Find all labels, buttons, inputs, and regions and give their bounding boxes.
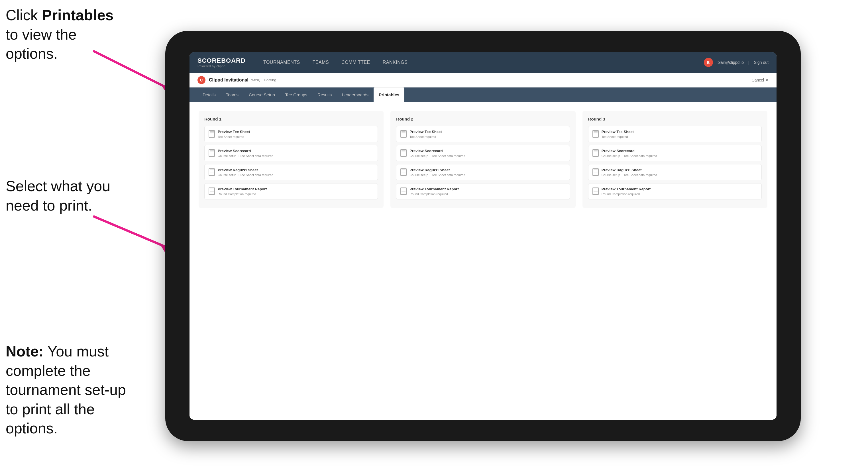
round2-raguzzi-subtitle: Course setup + Tee Sheet data required [409,173,465,177]
round3-report-subtitle: Round Completion required [601,192,651,196]
round3-raguzzi-subtitle: Course setup + Tee Sheet data required [601,173,657,177]
round2-report-subtitle: Round Completion required [409,192,459,196]
sub-nav-results[interactable]: Results [312,88,337,102]
raguzzi-icon-3 [592,168,599,176]
sub-nav-course-setup[interactable]: Course Setup [244,88,280,102]
round3-raguzzi[interactable]: Preview Raguzzi Sheet Course setup + Tee… [588,164,762,180]
printables-bold: Printables [42,7,114,23]
round3-scorecard-title: Preview Scorecard [601,149,657,154]
round1-scorecard-title: Preview Scorecard [218,149,273,154]
sub-nav-printables[interactable]: Printables [374,88,405,102]
round3-raguzzi-title: Preview Raguzzi Sheet [601,168,657,173]
sub-nav-leaderboards[interactable]: Leaderboards [337,88,374,102]
scorecard-icon-2 [400,149,407,157]
cancel-button[interactable]: Cancel ✕ [752,78,769,82]
scoreboard-sub: Powered by clippd [197,64,246,68]
round3-tee-sheet-subtitle: Tee Sheet required [601,135,634,138]
scoreboard-logo: SCOREBOARD Powered by clippd [197,57,246,68]
tee-sheet-icon-3 [592,130,599,137]
round2-tee-sheet[interactable]: Preview Tee Sheet Tee Sheet required [396,126,570,142]
tournament-name: Clippd Invitational [209,77,248,83]
instruction-mid: Select what you need to print. [6,177,125,215]
nav-committee[interactable]: COMMITTEE [335,52,376,73]
round2-raguzzi-title: Preview Raguzzi Sheet [409,168,465,173]
main-content: Round 1 Preview Tee Sheet Tee Sheet requ… [189,102,777,420]
round1-scorecard[interactable]: Preview Scorecard Course setup + Tee She… [204,145,378,161]
round3-scorecard-subtitle: Course setup + Tee Sheet data required [601,154,657,158]
round3-report-title: Preview Tournament Report [601,187,651,192]
scorecard-icon [209,149,215,157]
instruction-bottom: Note: You must complete the tournament s… [6,342,137,438]
round-2-title: Round 2 [396,117,570,121]
sub-nav: Details Teams Course Setup Tee Groups Re… [189,88,777,102]
scoreboard-title: SCOREBOARD [197,57,246,64]
instruction-mid-text: Select what you need to print. [6,178,110,214]
round-1-title: Round 1 [204,117,378,121]
round1-tee-sheet-subtitle: Tee Sheet required [218,135,250,138]
user-email: blair@clippd.io [717,60,744,65]
round1-scorecard-subtitle: Course setup + Tee Sheet data required [218,154,273,158]
round2-tee-sheet-subtitle: Tee Sheet required [409,135,442,138]
sub-nav-teams[interactable]: Teams [221,88,244,102]
note-bold: Note: [6,343,43,360]
separator: | [748,60,749,65]
round3-tournament-report[interactable]: Preview Tournament Report Round Completi… [588,183,762,199]
round-2-column: Round 2 Preview Tee Sheet Tee Sheet requ… [391,111,575,208]
tournament-logo: C [197,76,206,84]
round2-scorecard-title: Preview Scorecard [409,149,465,154]
nav-rankings[interactable]: RANKINGS [376,52,414,73]
rounds-grid: Round 1 Preview Tee Sheet Tee Sheet requ… [198,111,767,208]
round1-tournament-report[interactable]: Preview Tournament Report Round Completi… [204,183,378,199]
round2-scorecard[interactable]: Preview Scorecard Course setup + Tee She… [396,145,570,161]
nav-tournaments[interactable]: TOURNAMENTS [257,52,306,73]
round1-raguzzi[interactable]: Preview Raguzzi Sheet Course setup + Tee… [204,164,378,180]
round-3-column: Round 3 Preview Tee Sheet Tee Sheet requ… [583,111,767,208]
round3-scorecard[interactable]: Preview Scorecard Course setup + Tee She… [588,145,762,161]
report-icon [209,187,215,195]
round2-scorecard-subtitle: Course setup + Tee Sheet data required [409,154,465,158]
tee-sheet-icon [209,130,215,137]
round3-tee-sheet-title: Preview Tee Sheet [601,130,634,134]
sub-nav-details[interactable]: Details [197,88,221,102]
round2-raguzzi[interactable]: Preview Raguzzi Sheet Course setup + Tee… [396,164,570,180]
report-icon-2 [400,187,407,195]
header-right: B blair@clippd.io | Sign out [704,58,769,67]
sub-nav-tee-groups[interactable]: Tee Groups [280,88,313,102]
raguzzi-icon-2 [400,168,407,176]
tablet-screen: SCOREBOARD Powered by clippd TOURNAMENTS… [189,52,777,420]
round1-report-title: Preview Tournament Report [218,187,267,192]
round-1-column: Round 1 Preview Tee Sheet Tee Sheet requ… [198,111,383,208]
round1-tee-sheet[interactable]: Preview Tee Sheet Tee Sheet required [204,126,378,142]
round3-tee-sheet[interactable]: Preview Tee Sheet Tee Sheet required [588,126,762,142]
tee-sheet-icon-2 [400,130,407,137]
main-nav: TOURNAMENTS TEAMS COMMITTEE RANKINGS [257,52,704,73]
sign-out-link[interactable]: Sign out [754,60,769,65]
round1-tee-sheet-title: Preview Tee Sheet [218,130,250,134]
report-icon-3 [592,187,599,195]
tournament-bar: C Clippd Invitational (Men) Hosting Canc… [189,73,777,88]
round2-report-title: Preview Tournament Report [409,187,459,192]
round1-raguzzi-title: Preview Raguzzi Sheet [218,168,273,173]
tablet-device: SCOREBOARD Powered by clippd TOURNAMENTS… [165,31,801,441]
round1-report-subtitle: Round Completion required [218,192,267,196]
user-avatar: B [704,58,713,67]
round2-tournament-report[interactable]: Preview Tournament Report Round Completi… [396,183,570,199]
scorecard-icon-3 [592,149,599,157]
round-3-title: Round 3 [588,117,762,121]
raguzzi-icon [209,168,215,176]
nav-teams[interactable]: TEAMS [306,52,335,73]
round1-raguzzi-subtitle: Course setup + Tee Sheet data required [218,173,273,177]
round2-tee-sheet-title: Preview Tee Sheet [409,130,442,134]
hosting-badge: Hosting [264,78,276,82]
app-header: SCOREBOARD Powered by clippd TOURNAMENTS… [189,52,777,73]
tournament-type: (Men) [251,78,260,82]
